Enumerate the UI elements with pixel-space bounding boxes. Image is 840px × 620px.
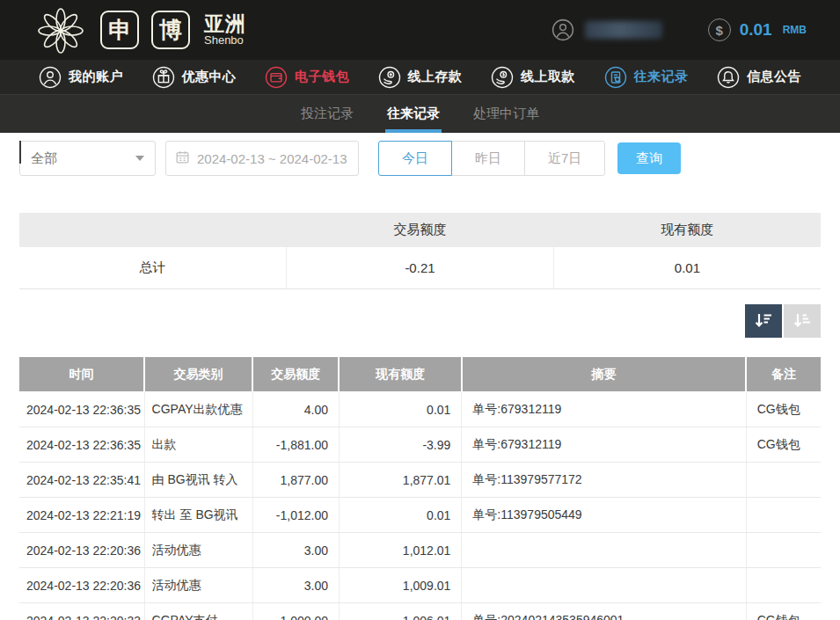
table-row: 2024-02-13 22:36:35CGPAY出款优惠4.000.01单号:6… [19,392,821,427]
cell-remark [746,463,821,498]
user-icon [39,66,62,89]
sub-nav: 投注记录往来记录处理中订单 [0,94,840,133]
sub-tab-2[interactable]: 往来记录 [385,95,442,133]
search-button[interactable]: 查询 [617,142,681,174]
table-row: 2024-02-13 22:20:33CGPAY支付1,000.001,006.… [19,603,821,620]
date-range-value: 2024-02-13 ~ 2024-02-13 [197,151,347,166]
cell-summary: 单号:113979505449 [462,498,746,533]
summary-current-total: 0.01 [553,247,821,289]
nav-item-4[interactable]: 线上存款 [378,66,463,89]
nav-item-label: 我的账户 [69,69,123,85]
column-header-4: 现有额度 [339,357,461,392]
sub-tab-3[interactable]: 处理中订单 [471,95,541,133]
nav-item-1[interactable]: 我的账户 [39,66,123,89]
brand-right: 亚洲 Shenbo [204,13,246,47]
table-row: 2024-02-13 22:21:19转出 至 BG视讯-1,012.000.0… [19,498,821,533]
brand-char-2: 博 [151,11,190,49]
nav-item-7[interactable]: 信息公告 [717,66,801,89]
cell-remark [746,498,821,533]
wallet-icon [265,66,288,89]
user-account[interactable] [551,18,662,41]
cell-balance: 1,006.01 [339,603,461,620]
cell-summary: 单号:679312119 [462,392,746,427]
nav-item-2[interactable]: 优惠中心 [152,66,237,89]
cell-time: 2024-02-13 22:20:36 [19,568,144,603]
chevron-down-icon [135,156,144,161]
sort-descending-button[interactable] [745,304,782,338]
brand-region: 亚洲 [204,13,246,34]
brand-logo[interactable]: 申 博 亚洲 Shenbo [33,5,246,55]
cell-time: 2024-02-13 22:36:35 [19,392,144,427]
column-header-5: 摘要 [462,357,746,392]
cell-time: 2024-02-13 22:20:36 [19,533,144,568]
cell-summary: 单号:202402143535946001 [462,603,746,620]
cell-type: 转出 至 BG视讯 [144,498,252,533]
sort-controls [19,304,821,338]
cell-summary: 单号:679312119 [462,427,746,463]
cell-type: 由 BG视讯 转入 [144,463,252,498]
user-avatar-icon [551,18,574,41]
balance-currency: RMB [783,24,807,36]
cell-remark [746,533,821,568]
cell-balance: 1,009.01 [339,568,461,603]
quick-date-button-1[interactable]: 今日 [378,141,452,176]
top-header: 申 博 亚洲 Shenbo $ 0.01 RMB [0,0,840,60]
balance-amount: 0.01 [740,20,772,40]
deposit-icon [378,66,401,89]
gift-icon [152,66,175,89]
sub-tab-1[interactable]: 投注记录 [299,95,355,133]
content: 全部 2024-02-13 ~ 2024-02-13 今日昨日近7日 查询 交易… [0,141,840,620]
date-range-input[interactable]: 2024-02-13 ~ 2024-02-13 [165,141,359,176]
transaction-type-select[interactable]: 全部 [19,141,156,176]
cell-remark: CG钱包 [746,392,821,427]
filter-row: 全部 2024-02-13 ~ 2024-02-13 今日昨日近7日 查询 [19,141,821,176]
cell-amount: 3.00 [252,533,339,568]
cell-type: 活动优惠 [144,533,252,568]
cell-amount: 3.00 [252,568,339,603]
bell-icon [717,66,740,89]
nav-item-label: 线上取款 [521,69,575,85]
nav-item-label: 往来记录 [634,69,689,85]
type-select-value: 全部 [31,150,57,167]
quick-date-button-3[interactable]: 近7日 [524,141,605,176]
calendar-icon [175,150,190,167]
summary-header-balance: 现有额度 [553,213,821,247]
records-icon [604,66,627,89]
cell-remark: CG钱包 [746,603,821,620]
summary-total-label: 总计 [19,247,287,289]
dollar-coin-icon: $ [708,18,731,41]
nav-item-label: 线上存款 [408,69,463,85]
cell-time: 2024-02-13 22:21:19 [19,498,144,533]
cell-amount: -1,881.00 [252,427,339,463]
sort-ascending-button[interactable] [784,304,821,338]
summary-header-empty [19,213,287,247]
cell-summary: 单号:113979577172 [462,463,746,498]
nav-item-6[interactable]: 往来记录 [604,66,689,89]
summary-total-row: 总计 -0.21 0.01 [19,247,821,289]
cell-remark: CG钱包 [746,427,821,463]
nav-item-5[interactable]: 线上取款 [491,66,575,89]
transactions-header-row: 时间交易类别交易额度现有额度摘要备注 [19,357,821,392]
column-header-2: 交易类别 [144,357,252,392]
column-header-1: 时间 [19,357,144,392]
cell-amount: 4.00 [252,392,339,427]
cell-type: CGPAY支付 [144,603,252,620]
cell-type: CGPAY出款优惠 [144,392,252,427]
cell-amount: 1,877.00 [252,463,339,498]
username-redacted [585,21,662,39]
cell-summary [462,533,746,568]
balance[interactable]: $ 0.01 RMB [708,18,807,41]
table-row: 2024-02-13 22:36:35出款-1,881.00-3.99单号:67… [19,427,821,463]
cell-type: 活动优惠 [144,568,252,603]
nav-item-3[interactable]: 电子钱包 [265,66,349,89]
nav-item-label: 信息公告 [747,69,801,85]
cell-summary [462,568,746,603]
table-row: 2024-02-13 22:20:36活动优惠3.001,012.01 [19,533,821,568]
quick-date-button-2[interactable]: 昨日 [451,141,525,176]
brand-char-1: 申 [100,11,139,49]
cell-time: 2024-02-13 22:35:41 [19,463,144,498]
brand-name-en: Shenbo [204,34,246,47]
nav-item-label: 优惠中心 [182,69,237,85]
summary-header-transaction: 交易额度 [287,213,554,247]
table-row: 2024-02-13 22:20:36活动优惠3.001,009.01 [19,568,821,603]
